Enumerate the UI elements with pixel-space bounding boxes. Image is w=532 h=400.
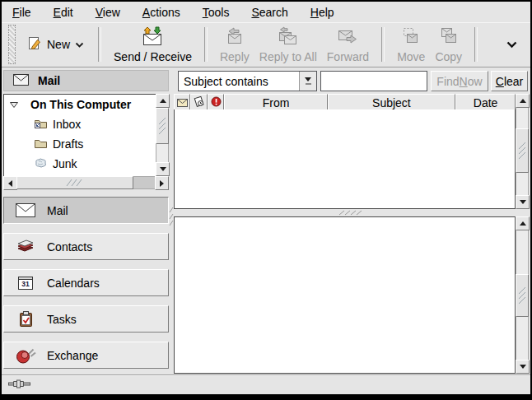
find-now-label: Find — [436, 75, 459, 88]
switcher-button-label: Exchange — [47, 349, 98, 362]
message-list-header: From Subject Date — [174, 94, 516, 109]
message-list-vertical-scrollbar — [516, 94, 529, 209]
forward-label: Forward — [327, 50, 369, 63]
find-now-button[interactable]: Find Now — [431, 71, 488, 91]
switcher-button-label: Calendars — [47, 277, 100, 290]
switcher-button-label: Contacts — [47, 240, 92, 253]
clear-label: C — [496, 75, 504, 88]
reply-to-all-button[interactable]: Reply to All — [254, 25, 322, 64]
reply-button[interactable]: Reply — [215, 25, 254, 64]
thumb-grip-icon — [518, 286, 526, 305]
send-receive-label: Send / Receive — [114, 50, 192, 63]
switcher-calendars-button[interactable]: 31 Calendars — [3, 269, 169, 296]
message-list-body[interactable] — [174, 109, 516, 209]
folder-tree-vertical-scrollbar — [156, 94, 169, 176]
sidebar-mail-header: Mail — [3, 70, 169, 91]
thumb-grip-icon — [518, 141, 526, 160]
inbox-folder-icon — [34, 118, 48, 132]
switcher-contacts-button[interactable]: Contacts — [3, 233, 169, 260]
forward-button[interactable]: Forward — [322, 25, 374, 64]
tree-item-drafts[interactable]: Drafts — [4, 134, 156, 154]
menu-edit[interactable]: Edit — [54, 6, 73, 19]
column-attachment[interactable] — [190, 94, 207, 111]
folder-tree-panel: On This Computer Inbox Drafts Junk — [3, 94, 169, 189]
scrollbar-up-button[interactable] — [516, 94, 530, 108]
switcher-tasks-button[interactable]: Tasks — [3, 305, 169, 333]
menu-label: ools — [208, 6, 230, 19]
thumb-grip-icon — [65, 179, 85, 187]
menu-file[interactable]: File — [12, 6, 31, 19]
up-arrow-icon — [520, 99, 526, 103]
scrollbar-thumb[interactable] — [156, 108, 169, 144]
dropdown-arrow-icon[interactable] — [299, 72, 316, 91]
reply-icon — [225, 26, 245, 49]
window-bottom-border — [2, 394, 530, 398]
menu-label: dit — [61, 6, 73, 19]
menu-label: ile — [20, 6, 31, 19]
message-list: From Subject Date — [174, 94, 529, 209]
switcher-mail-button[interactable]: Mail — [3, 197, 169, 224]
menu-label: ctions — [150, 6, 180, 19]
search-input[interactable] — [320, 71, 427, 91]
copy-message-icon — [439, 26, 459, 49]
exchange-icon — [15, 347, 36, 364]
menu-tools[interactable]: Tools — [203, 6, 230, 19]
copy-button[interactable]: Copy — [430, 25, 467, 64]
toolbar-overflow-button[interactable] — [506, 38, 517, 51]
column-date[interactable]: Date — [455, 94, 516, 111]
scrollbar-up-button[interactable] — [516, 216, 530, 230]
expander-triangle-icon[interactable] — [9, 98, 19, 111]
clear-label: lear — [504, 75, 523, 88]
column-from[interactable]: From — [224, 94, 327, 111]
scrollbar-left-button[interactable] — [3, 176, 17, 190]
menu-view[interactable]: View — [96, 6, 120, 19]
search-filter-dropdown[interactable]: Subject contains — [178, 71, 317, 91]
tree-root-on-this-computer[interactable]: On This Computer — [4, 95, 156, 114]
scrollbar-down-button[interactable] — [516, 360, 530, 374]
message-status-icon — [177, 96, 188, 109]
move-button[interactable]: Move — [392, 25, 430, 64]
menu-actions[interactable]: Actions — [142, 6, 180, 19]
scrollbar-right-button[interactable] — [155, 176, 169, 190]
search-filter-value: Subject contains — [179, 75, 299, 88]
copy-label: Copy — [435, 50, 462, 63]
mail-icon — [15, 203, 36, 217]
menu-help[interactable]: Help — [310, 6, 334, 19]
cable-connected-icon[interactable] — [8, 379, 31, 392]
column-date-label: Date — [474, 96, 498, 109]
toolbar-separator — [204, 27, 208, 62]
mail-header-label: Mail — [38, 74, 60, 87]
send-receive-button[interactable]: Send / Receive — [109, 25, 197, 64]
scrollbar-down-button[interactable] — [516, 195, 530, 209]
find-now-label: ow — [468, 75, 483, 88]
forward-icon — [337, 26, 358, 49]
tree-item-junk[interactable]: Junk — [4, 154, 156, 174]
scrollbar-thumb[interactable] — [516, 274, 529, 317]
tree-root-label: On This Computer — [30, 98, 131, 111]
reply-all-icon — [278, 26, 299, 49]
menu-search[interactable]: Search — [251, 6, 287, 19]
switcher-exchange-button[interactable]: Exchange — [3, 342, 169, 369]
clear-button[interactable]: Clear — [491, 71, 528, 91]
pane-splitter-horizontal[interactable] — [174, 209, 529, 216]
tree-item-inbox[interactable]: Inbox — [4, 114, 156, 134]
down-arrow-icon — [160, 167, 166, 171]
down-arrow-icon — [305, 77, 311, 81]
menu-label: H — [310, 6, 319, 19]
scrollbar-down-button[interactable] — [156, 162, 170, 176]
scrollbar-up-button[interactable] — [156, 94, 170, 108]
column-priority[interactable] — [208, 94, 224, 111]
down-arrow-icon — [520, 200, 526, 204]
column-message-status[interactable] — [174, 94, 190, 111]
preview-pane-body[interactable] — [174, 216, 516, 374]
right-arrow-icon — [160, 180, 164, 187]
scrollbar-thumb[interactable] — [16, 176, 133, 189]
folder-tree[interactable]: On This Computer Inbox Drafts Junk — [3, 94, 156, 178]
scrollbar-thumb[interactable] — [516, 128, 529, 173]
statusbar — [2, 374, 530, 394]
dropdown-bar — [306, 83, 311, 85]
menu-label: elp — [319, 6, 334, 19]
column-subject[interactable]: Subject — [328, 94, 455, 111]
toolbar-drag-handle[interactable] — [8, 25, 16, 64]
new-button[interactable]: New — [21, 25, 91, 64]
